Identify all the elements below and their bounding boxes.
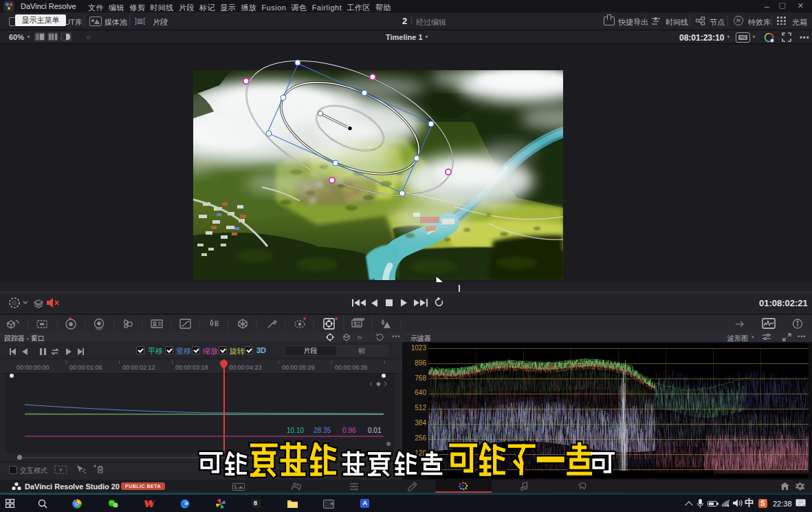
svg-text:28.35: 28.35 (314, 427, 331, 434)
svg-text:HDR: HDR (96, 328, 102, 331)
svg-text:10.10: 10.10 (287, 427, 304, 434)
svg-text:0.96: 0.96 (342, 427, 356, 434)
svg-text:0.01: 0.01 (368, 427, 382, 434)
svg-text:•••: ••• (392, 333, 400, 340)
svg-text:fx: fx (358, 334, 362, 341)
